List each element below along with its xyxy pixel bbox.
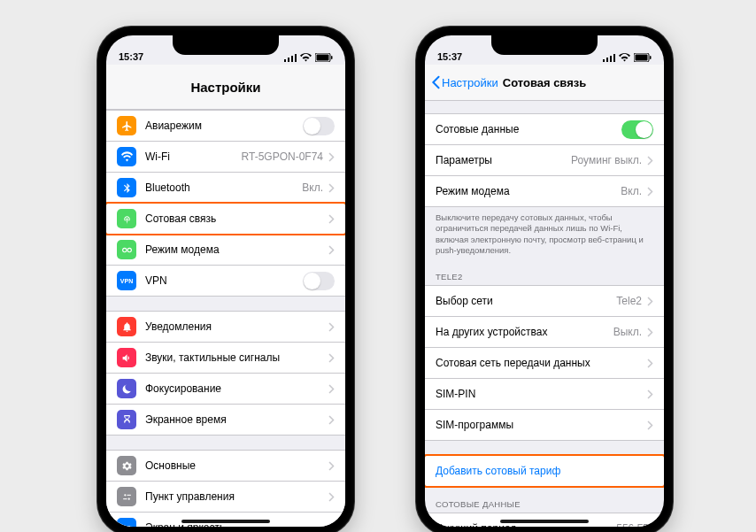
row-value: Роуминг выкл. [571,154,642,166]
row-sim-pin[interactable]: SIM-PIN [425,379,664,410]
device-frame-left: 15:37 Настройки Авиарежим [97,27,354,532]
cellular-group-carrier: Выбор сети Tele2 На других устройствах В… [425,285,664,441]
row-airplane[interactable]: Авиарежим [106,110,345,142]
scroll-content[interactable]: Сотовые данные Параметры Роуминг выкл. Р… [425,101,664,527]
chevron-right-icon [647,420,653,430]
row-label: Фокусирование [145,382,327,395]
chevron-right-icon [647,187,653,197]
notch [491,35,598,55]
row-sim-apps[interactable]: SIM-программы [425,410,664,441]
row-value: Вкл. [621,185,642,197]
chevron-right-icon [328,523,335,528]
row-value: 556 ГБ [616,522,650,527]
chevron-left-icon [430,75,441,89]
row-notifications[interactable]: Уведомления [106,311,345,343]
settings-group-connectivity: Авиарежим Wi-Fi RT-5GPON-0F74 Bluetooth … [106,110,345,297]
row-control-center[interactable]: Пункт управления [106,482,345,513]
chevron-right-icon [647,359,653,368]
nav-header: Настройки Сотовая связь [425,65,664,101]
row-cellular[interactable]: Сотовая связь [106,204,345,235]
svg-rect-3 [295,54,297,62]
chevron-right-icon [328,183,335,193]
page-title: Сотовая связь [503,76,586,89]
page-title: Настройки [190,80,260,95]
svg-rect-20 [603,59,605,62]
svg-rect-2 [291,56,293,62]
row-wifi[interactable]: Wi-Fi RT-5GPON-0F74 [106,142,345,173]
scroll-content[interactable]: Авиарежим Wi-Fi RT-5GPON-0F74 Bluetooth … [106,110,345,527]
screen-right: 15:37 Настройки Сотовая связь Сотовые да… [425,35,664,527]
chevron-right-icon [647,156,653,166]
chevron-right-icon [328,492,335,502]
svg-rect-22 [610,56,612,62]
row-value: Вкл. [302,181,323,194]
row-label: Основные [145,459,327,472]
row-cellular-network[interactable]: Сотовая сеть передачи данных [425,348,664,379]
row-other-devices[interactable]: На других устройствах Выкл. [425,317,664,348]
row-label: Сотовые данные [436,123,621,135]
row-label: SIM-PIN [436,388,645,400]
sliders-icon [117,487,136,506]
chevron-right-icon [328,152,335,162]
svg-rect-0 [284,59,286,62]
row-vpn[interactable]: VPN VPN [106,266,345,297]
vpn-toggle[interactable] [303,272,335,290]
row-screentime[interactable]: Экранное время [106,405,345,436]
chevron-right-icon [328,415,335,425]
chevron-right-icon [328,353,335,363]
status-time: 15:37 [437,51,462,62]
row-hotspot[interactable]: Режим модема [106,235,345,266]
chevron-right-icon [328,461,335,471]
moon-icon [117,379,136,398]
wifi-status-icon [619,53,630,62]
brightness-icon: AA [117,518,136,527]
canvas: 15:37 Настройки Авиарежим [0,0,756,532]
svg-point-9 [124,494,126,496]
wifi-status-icon [300,53,312,62]
row-label: Экранное время [145,413,327,426]
row-label: Пункт управления [145,490,327,503]
row-label: Выбор сети [436,295,616,307]
back-button[interactable]: Настройки [430,75,498,89]
row-label: На других устройствах [436,326,613,338]
row-label: Звуки, тактильные сигналы [145,351,327,364]
sounds-icon [117,348,136,367]
status-time: 15:37 [119,51,143,62]
home-indicator[interactable] [181,520,270,523]
airplane-toggle[interactable] [303,117,335,135]
cellular-group-add-plan: Добавить сотовый тариф [425,455,664,487]
svg-rect-5 [317,55,329,61]
settings-group-notifications: Уведомления Звуки, тактильные сигналы Фо… [106,311,345,436]
row-bluetooth[interactable]: Bluetooth Вкл. [106,173,345,204]
row-add-plan[interactable]: Добавить сотовый тариф [425,455,664,487]
device-frame-right: 15:37 Настройки Сотовая связь Сотовые да… [416,27,673,532]
row-label: Сотовая связь [145,212,327,225]
cellular-group-main: Сотовые данные Параметры Роуминг выкл. Р… [425,113,664,207]
row-network-select[interactable]: Выбор сети Tele2 [425,285,664,317]
svg-point-8 [127,248,131,251]
row-focus[interactable]: Фокусирование [106,374,345,405]
status-icons [603,53,652,62]
signal-icon [603,53,615,62]
row-options[interactable]: Параметры Роуминг выкл. [425,145,664,176]
nav-header: Настройки [106,65,345,110]
chevron-right-icon [647,389,653,399]
svg-rect-1 [288,58,289,62]
gear-icon [117,456,136,475]
status-icons [284,53,333,62]
chevron-right-icon [647,297,653,306]
battery-icon [315,53,333,62]
row-cellular-data[interactable]: Сотовые данные [425,113,664,145]
cellular-data-toggle[interactable] [621,120,653,139]
wifi-icon [117,147,136,166]
hotspot-icon [117,240,136,259]
home-indicator[interactable] [500,520,589,523]
hourglass-icon [117,410,136,429]
row-hotspot[interactable]: Режим модема Вкл. [425,176,664,207]
bell-icon [117,317,136,336]
svg-rect-12 [123,498,127,499]
notch [173,35,279,55]
row-sounds[interactable]: Звуки, тактильные сигналы [106,343,345,374]
row-general[interactable]: Основные [106,450,345,482]
chevron-right-icon [328,245,335,255]
